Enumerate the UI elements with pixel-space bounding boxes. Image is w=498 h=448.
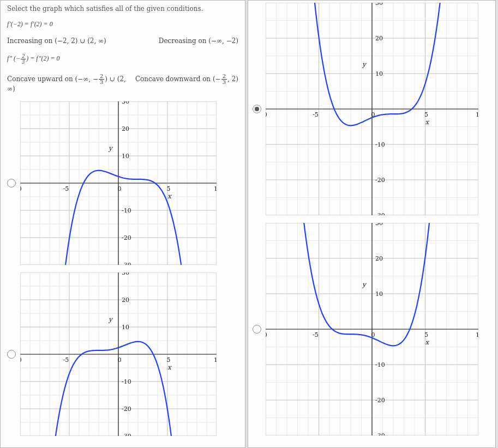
svg-text:-20: -20 (375, 177, 385, 184)
svg-text:5: 5 (424, 111, 428, 118)
option-C[interactable]: -10-50510-30-20-10102030xy (253, 3, 491, 215)
svg-text:5: 5 (167, 356, 171, 364)
svg-text:y: y (108, 144, 113, 152)
svg-text:x: x (425, 118, 430, 126)
svg-text:-5: -5 (313, 331, 319, 338)
svg-text:-10: -10 (122, 207, 131, 214)
left-panel: Select the graph which satisfies all of … (0, 0, 245, 448)
cond-decreasing: Decreasing on (−∞, −2) (159, 37, 238, 45)
cond-concave-down: Concave downward on (−23, 2) (135, 74, 238, 93)
svg-text:10: 10 (375, 290, 383, 298)
radio-B[interactable] (7, 350, 16, 359)
svg-text:-20: -20 (375, 397, 385, 404)
svg-text:10: 10 (476, 111, 478, 118)
svg-text:-30: -30 (375, 432, 385, 435)
svg-text:-10: -10 (122, 378, 131, 385)
svg-text:-5: -5 (63, 185, 69, 192)
page-root: Select the graph which satisfies all of … (0, 0, 498, 448)
svg-text:-10: -10 (375, 141, 385, 148)
svg-text:x: x (167, 364, 172, 371)
svg-text:20: 20 (122, 125, 129, 132)
svg-text:-30: -30 (375, 212, 385, 215)
svg-text:y: y (362, 281, 367, 288)
svg-text:x: x (425, 338, 430, 346)
svg-text:20: 20 (122, 296, 129, 304)
cond-increasing: Increasing on (−2, 2) ∪ (2, ∞) (7, 37, 106, 45)
plot-C: -10-50510-30-20-10102030xy (266, 3, 478, 215)
conditions-block: f ′(−2) = f ′(2) = 0 Increasing on (−2, … (7, 20, 238, 93)
cond-deriv-zero: f ′(−2) = f ′(2) = 0 (7, 20, 53, 28)
svg-text:20: 20 (375, 35, 383, 42)
svg-text:-10: -10 (266, 111, 267, 118)
svg-text:x: x (167, 192, 172, 200)
option-D[interactable]: -10-50510-30-20-10102030xy (253, 223, 491, 435)
svg-text:-10: -10 (20, 356, 22, 364)
svg-text:-30: -30 (122, 433, 131, 436)
svg-text:-5: -5 (63, 356, 69, 364)
svg-text:5: 5 (167, 185, 171, 192)
svg-text:0: 0 (118, 185, 122, 192)
radio-C[interactable] (253, 105, 261, 113)
plot-B: -10-50510-30-20-10102030xy (20, 273, 217, 436)
radio-A[interactable] (7, 179, 16, 187)
svg-text:10: 10 (214, 185, 217, 192)
svg-text:-30: -30 (122, 262, 131, 265)
option-B[interactable]: -10-50510-30-20-10102030xy (7, 273, 238, 436)
prompt-text: Select the graph which satisfies all of … (7, 5, 238, 13)
plot-D: -10-50510-30-20-10102030xy (266, 223, 478, 435)
svg-text:y: y (362, 60, 367, 68)
svg-text:30: 30 (375, 223, 383, 227)
svg-text:0: 0 (118, 356, 122, 364)
svg-text:-5: -5 (313, 111, 319, 118)
svg-text:10: 10 (375, 70, 383, 77)
svg-text:10: 10 (122, 153, 129, 160)
svg-text:30: 30 (122, 101, 129, 105)
svg-text:30: 30 (375, 3, 383, 7)
radio-D[interactable] (253, 325, 261, 334)
option-A[interactable]: -10-50510-30-20-10102030xy (7, 101, 238, 265)
svg-text:20: 20 (375, 255, 383, 262)
svg-text:-20: -20 (122, 234, 131, 241)
svg-text:10: 10 (214, 356, 217, 364)
svg-text:30: 30 (122, 273, 129, 276)
svg-text:5: 5 (424, 331, 428, 338)
svg-text:y: y (108, 316, 113, 323)
cond-concave-up: Concave upward on (−∞, −23) ∪ (2, ∞) (7, 74, 134, 93)
svg-text:10: 10 (122, 324, 129, 331)
svg-text:10: 10 (476, 331, 478, 338)
plot-A: -10-50510-30-20-10102030xy (20, 101, 217, 265)
svg-text:-10: -10 (20, 185, 22, 192)
svg-text:-10: -10 (375, 361, 385, 368)
cond-second-deriv-zero: f ″ (−23) = f ″(2) = 0 (7, 53, 60, 65)
svg-text:-20: -20 (122, 405, 131, 413)
svg-text:-10: -10 (266, 331, 267, 338)
right-panel: -10-50510-30-20-10102030xy -10-50510-30-… (248, 0, 496, 448)
